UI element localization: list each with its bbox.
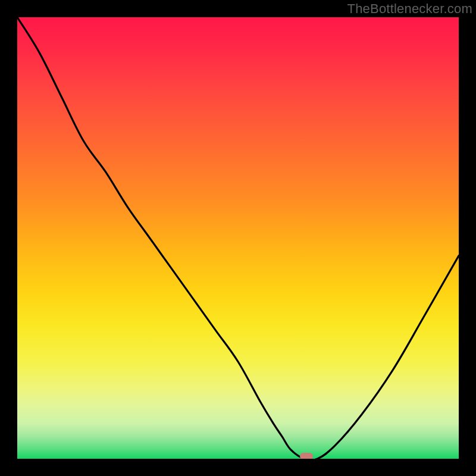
watermark-text: TheBottlenecker.com (347, 1, 472, 17)
optimal-point-marker (300, 453, 313, 459)
plot-area (17, 17, 459, 459)
curve-path (17, 17, 459, 459)
chart-frame: TheBottlenecker.com (0, 0, 476, 476)
bottleneck-curve (17, 17, 459, 459)
